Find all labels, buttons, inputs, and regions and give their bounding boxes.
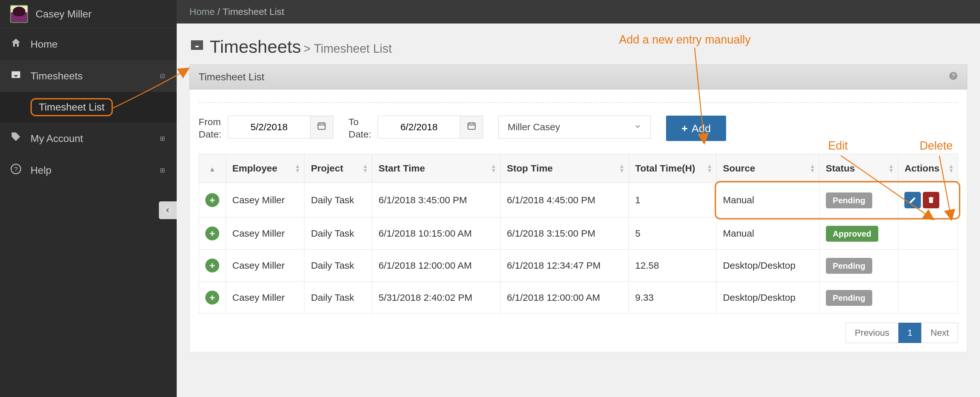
cell-stop: 6/1/2018 12:34:47 PM — [501, 249, 629, 282]
expand-icon: ⊞ — [160, 167, 165, 174]
panel: Timesheet List ? From Date: — [189, 65, 967, 352]
sidebar-collapse-button[interactable] — [159, 202, 177, 219]
employee-select[interactable]: Miller Casey — [498, 116, 651, 138]
employee-select-value: Miller Casey — [508, 122, 560, 132]
user-name: Casey Miller — [36, 8, 92, 20]
cell-start: 6/1/2018 10:15:00 AM — [372, 218, 501, 249]
tag-icon — [10, 132, 22, 146]
pagination: Previous 1 Next — [199, 323, 958, 343]
sidebar-sub-timesheet-list[interactable]: Timesheet List — [0, 92, 177, 122]
expand-row-button[interactable]: + — [205, 226, 219, 240]
pager-next[interactable]: Next — [921, 323, 958, 343]
pager-page-1[interactable]: 1 — [898, 323, 922, 343]
column-header[interactable]: Stop Time▲▼ — [501, 154, 629, 183]
inbox-icon — [189, 36, 205, 57]
cell-status: Pending — [819, 183, 898, 218]
page-title-text: Timesheets — [210, 36, 301, 57]
pager-prev[interactable]: Previous — [846, 323, 899, 343]
sidebar-item-home[interactable]: Home — [0, 28, 177, 60]
from-date-label: From Date: — [199, 116, 221, 140]
cell-employee: Casey Miller — [226, 282, 304, 314]
to-date-picker-button[interactable] — [460, 116, 483, 138]
column-header[interactable]: Total Time(H)▲▼ — [628, 154, 716, 183]
column-header[interactable]: Source▲▼ — [716, 154, 819, 183]
to-date-input[interactable] — [377, 116, 460, 138]
sidebar-sub-label: Timesheet List — [30, 98, 113, 116]
sort-icon: ▲▼ — [888, 164, 894, 173]
plus-icon: + — [681, 122, 688, 135]
sort-icon: ▲▼ — [491, 164, 496, 173]
status-badge: Pending — [826, 290, 873, 306]
status-badge: Approved — [826, 226, 878, 242]
sidebar-item-timesheets[interactable]: Timesheets ⊟ — [0, 60, 177, 92]
sidebar: Casey Miller Home Timesheets ⊟ Timesheet… — [0, 0, 177, 397]
sidebar-item-help[interactable]: ? Help ⊞ — [0, 154, 177, 186]
table-row: +Casey MillerDaily Task6/1/2018 10:15:00… — [199, 218, 958, 249]
sort-icon: ▲▼ — [707, 164, 713, 173]
sort-icon: ▲▼ — [619, 164, 625, 173]
main: Home / Timesheet List Timesheets > Times… — [177, 0, 980, 397]
cell-start: 6/1/2018 3:45:00 PM — [372, 183, 501, 218]
sort-icon: ▲▼ — [295, 164, 301, 173]
sidebar-item-my-account[interactable]: My Account ⊞ — [0, 122, 177, 154]
panel-title: Timesheet List — [199, 71, 264, 83]
page-title: Timesheets > Timesheet List — [177, 24, 980, 65]
calendar-icon — [467, 121, 476, 133]
user-row: Casey Miller — [0, 0, 177, 28]
status-badge: Pending — [826, 192, 873, 208]
edit-button[interactable] — [904, 192, 921, 208]
cell-status: Pending — [819, 249, 898, 282]
avatar — [10, 5, 28, 23]
add-button[interactable]: + Add — [666, 116, 726, 141]
cell-source: Manual — [716, 218, 819, 249]
cell-source: Manual — [716, 183, 819, 218]
to-date-label: To Date: — [348, 116, 371, 140]
cell-source: Desktop/Desktop — [716, 249, 819, 282]
expand-row-button[interactable]: + — [205, 259, 219, 273]
sidebar-item-label: Help — [30, 165, 51, 176]
svg-point-2 — [164, 206, 172, 214]
cell-employee: Casey Miller — [226, 218, 304, 249]
cell-source: Desktop/Desktop — [716, 282, 819, 314]
cell-project: Daily Task — [304, 183, 372, 218]
cell-status: Approved — [819, 218, 898, 249]
column-header[interactable]: Employee▲▼ — [226, 154, 304, 183]
cell-status: Pending — [819, 282, 898, 314]
cell-start: 5/31/2018 2:40:02 PM — [372, 282, 501, 314]
column-header[interactable]: Start Time▲▼ — [372, 154, 501, 183]
cell-actions — [898, 282, 958, 314]
cell-project: Daily Task — [304, 218, 372, 249]
breadcrumb-current: Timesheet List — [223, 6, 285, 17]
home-icon — [10, 37, 22, 51]
expand-row-button[interactable]: + — [205, 193, 219, 207]
cell-stop: 6/1/2018 3:15:00 PM — [501, 218, 629, 249]
breadcrumb-home[interactable]: Home — [189, 6, 215, 17]
column-header[interactable]: Actions▲▼ — [898, 154, 958, 183]
cell-total: 12.58 — [628, 249, 716, 282]
cell-stop: 6/1/2018 4:45:00 PM — [501, 183, 629, 218]
calendar-icon — [317, 121, 326, 133]
expand-row-button[interactable]: + — [205, 291, 219, 305]
cell-employee: Casey Miller — [226, 249, 304, 282]
help-icon[interactable]: ? — [948, 71, 958, 83]
sidebar-item-label: My Account — [30, 133, 83, 145]
sidebar-item-label: Timesheets — [30, 70, 83, 82]
column-header[interactable]: Project▲▼ — [304, 154, 372, 183]
sort-icon: ▲▼ — [362, 164, 368, 173]
from-date-input[interactable] — [228, 116, 310, 138]
cell-total: 9.33 — [628, 282, 716, 314]
column-header[interactable]: ▲ — [199, 154, 226, 183]
filter-controls: From Date: To Date: — [199, 116, 958, 141]
page-subtitle: Timesheet List — [313, 42, 392, 55]
cell-start: 6/1/2018 12:00:00 AM — [372, 249, 501, 282]
cell-stop: 6/1/2018 12:00:00 AM — [501, 282, 629, 314]
column-header[interactable]: Status▲▼ — [819, 154, 898, 183]
collapse-icon: ⊟ — [160, 72, 165, 80]
svg-text:?: ? — [14, 165, 18, 173]
sort-icon: ▲▼ — [810, 164, 815, 173]
delete-button[interactable] — [923, 192, 939, 208]
expand-icon: ⊞ — [160, 135, 165, 142]
sort-icon: ▲▼ — [948, 164, 954, 173]
from-date-picker-button[interactable] — [310, 116, 333, 138]
cell-actions — [898, 218, 958, 249]
